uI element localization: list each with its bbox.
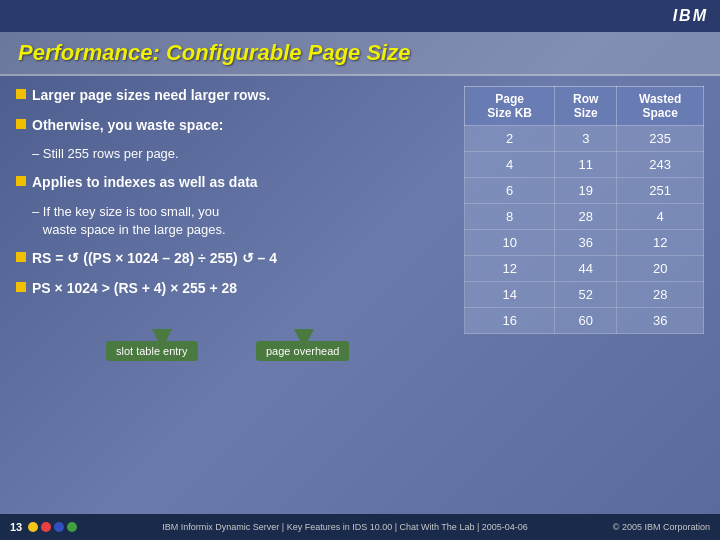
footer-main-text: IBM Informix Dynamic Server | Key Featur…	[162, 522, 528, 532]
table-cell: 4	[617, 204, 704, 230]
sub-item-3: – If the key size is too small, you wast…	[16, 203, 444, 239]
bullet-icon-2	[16, 119, 26, 129]
bullet-text-2: Otherwise, you waste space:	[32, 116, 223, 136]
bottom-labels: slot table entry page overhead	[16, 309, 444, 369]
bullet-5: PS × 1024 > (RS + 4) × 255 + 28	[16, 279, 444, 299]
table-cell: 8	[465, 204, 555, 230]
table-row: 124420	[465, 256, 704, 282]
col-header-page-size: PageSize KB	[465, 87, 555, 126]
table-cell: 28	[555, 204, 617, 230]
table-cell: 36	[617, 308, 704, 334]
title-bar: Performance: Configurable Page Size	[0, 32, 720, 76]
table-row: 145228	[465, 282, 704, 308]
table-cell: 19	[555, 178, 617, 204]
table-cell: 3	[555, 126, 617, 152]
bullet-icon-3	[16, 176, 26, 186]
bullet-4: RS = ↺ ((PS × 1024 – 28) ÷ 255) ↺ – 4	[16, 249, 444, 269]
table-cell: 235	[617, 126, 704, 152]
table-row: 619251	[465, 178, 704, 204]
bullet-text-3: Applies to indexes as well as data	[32, 173, 258, 193]
footer-copyright: © 2005 IBM Corporation	[613, 522, 710, 532]
bullet-text-5: PS × 1024 > (RS + 4) × 255 + 28	[32, 279, 237, 299]
footer-dots	[28, 522, 77, 532]
table-cell: 11	[555, 152, 617, 178]
footer-left: 13	[10, 521, 77, 533]
content-area: Larger page sizes need larger rows. Othe…	[0, 76, 720, 514]
table-row: 411243	[465, 152, 704, 178]
table-row: 103612	[465, 230, 704, 256]
bullet-3: Applies to indexes as well as data	[16, 173, 444, 193]
slide-title: Performance: Configurable Page Size	[18, 40, 410, 65]
top-bar: IBM	[0, 0, 720, 32]
table-row: 8284	[465, 204, 704, 230]
footer-dot	[67, 522, 77, 532]
sub-item-2: – Still 255 rows per page.	[16, 145, 444, 163]
page-number: 13	[10, 521, 22, 533]
col-header-wasted-space: WastedSpace	[617, 87, 704, 126]
data-table: PageSize KB RowSize WastedSpace 23235411…	[464, 86, 704, 334]
footer-dot	[28, 522, 38, 532]
table-row: 23235	[465, 126, 704, 152]
bullet-text-4: RS = ↺ ((PS × 1024 – 28) ÷ 255) ↺ – 4	[32, 249, 277, 269]
bullet-icon-4	[16, 252, 26, 262]
bullet-icon-1	[16, 89, 26, 99]
right-panel: PageSize KB RowSize WastedSpace 23235411…	[464, 86, 704, 504]
bullet-1: Larger page sizes need larger rows.	[16, 86, 444, 106]
table-cell: 44	[555, 256, 617, 282]
table-cell: 10	[465, 230, 555, 256]
bullet-2: Otherwise, you waste space:	[16, 116, 444, 136]
col-header-row-size: RowSize	[555, 87, 617, 126]
footer-dot	[54, 522, 64, 532]
table-cell: 20	[617, 256, 704, 282]
table-cell: 28	[617, 282, 704, 308]
table-row: 166036	[465, 308, 704, 334]
table-cell: 251	[617, 178, 704, 204]
footer: 13 IBM Informix Dynamic Server | Key Fea…	[0, 514, 720, 540]
footer-dot	[41, 522, 51, 532]
table-cell: 16	[465, 308, 555, 334]
bullet-icon-5	[16, 282, 26, 292]
left-panel: Larger page sizes need larger rows. Othe…	[16, 86, 444, 504]
ibm-logo: IBM	[673, 7, 708, 25]
table-cell: 60	[555, 308, 617, 334]
bullet-text-1: Larger page sizes need larger rows.	[32, 86, 270, 106]
slot-table-entry-label: slot table entry	[106, 341, 198, 361]
table-cell: 4	[465, 152, 555, 178]
table-cell: 14	[465, 282, 555, 308]
table-cell: 36	[555, 230, 617, 256]
table-cell: 12	[465, 256, 555, 282]
slide: IBM Performance: Configurable Page Size …	[0, 0, 720, 540]
table-cell: 52	[555, 282, 617, 308]
page-overhead-label: page overhead	[256, 341, 349, 361]
table-cell: 12	[617, 230, 704, 256]
table-cell: 2	[465, 126, 555, 152]
table-cell: 243	[617, 152, 704, 178]
table-cell: 6	[465, 178, 555, 204]
